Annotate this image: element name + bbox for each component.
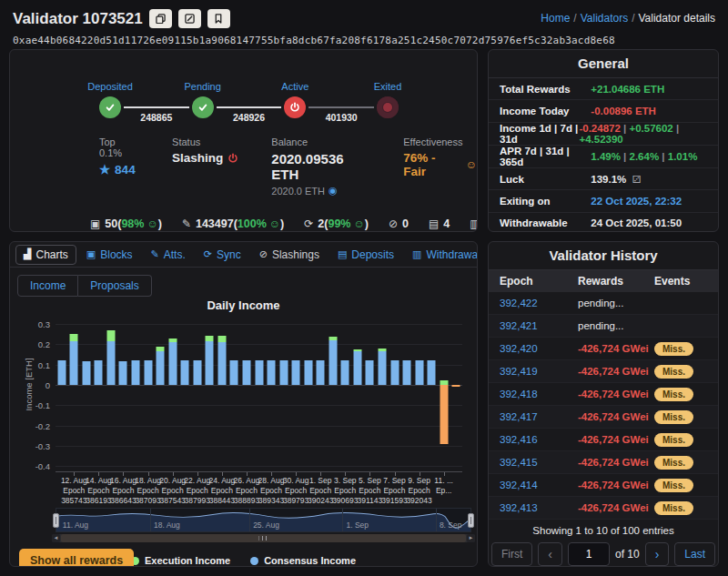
epoch-link[interactable]: 392,414: [500, 480, 578, 490]
chart-bar[interactable]: [415, 360, 423, 385]
chart-bar[interactable]: [193, 360, 201, 385]
tab-atts[interactable]: ✎Atts.: [143, 245, 194, 265]
chart-bar[interactable]: [57, 360, 66, 385]
scroll-right-arrow-icon[interactable]: ►: [467, 534, 475, 542]
breadcrumb-validators-link[interactable]: Validators: [581, 12, 628, 25]
income-button[interactable]: Income: [17, 275, 78, 297]
epoch-link[interactable]: 392,413: [500, 502, 578, 513]
lifecycle-active-label[interactable]: Active: [281, 81, 308, 92]
currency-toggle-icon[interactable]: ◉: [329, 185, 338, 197]
chart-bar[interactable]: [353, 349, 361, 351]
chart-bar[interactable]: [206, 336, 214, 341]
chart-bar[interactable]: [279, 360, 288, 385]
chart-bar[interactable]: [329, 340, 337, 385]
history-row[interactable]: 392,419-426,724 GWeiMiss.: [489, 360, 718, 383]
navigator-handle-left[interactable]: [53, 513, 59, 528]
chart-bar[interactable]: [82, 361, 90, 385]
chart-bar[interactable]: [217, 342, 226, 385]
rank-value[interactable]: 844: [115, 163, 136, 177]
tab-charts[interactable]: ▟Charts: [15, 245, 76, 265]
counter-attestations[interactable]: ✎143497(100% ☺): [182, 217, 284, 230]
scrollbar-thumb[interactable]: [61, 534, 466, 542]
chart-bar[interactable]: [268, 360, 276, 385]
scroll-left-arrow-icon[interactable]: ◄: [52, 534, 60, 542]
copy-button[interactable]: [149, 9, 172, 28]
chart-bar[interactable]: [292, 360, 300, 385]
chart-bar[interactable]: [317, 360, 325, 385]
page-input[interactable]: [568, 542, 610, 566]
counter-deposits[interactable]: ▤4: [429, 217, 450, 230]
chart-bar[interactable]: [106, 341, 115, 385]
proposals-button[interactable]: Proposals: [78, 275, 151, 297]
history-row[interactable]: 392,421pending...: [489, 315, 718, 338]
lifecycle-pending-label[interactable]: Pending: [184, 81, 220, 92]
chart-bar[interactable]: [353, 351, 361, 385]
epoch-link[interactable]: 392,420: [500, 343, 578, 354]
chart-bar[interactable]: [70, 334, 78, 341]
next-page-button[interactable]: ›: [645, 542, 670, 566]
lifecycle-pending-node[interactable]: Pending: [192, 96, 214, 118]
last-page-button[interactable]: Last: [674, 542, 715, 566]
epoch-link[interactable]: 392,419: [500, 366, 578, 377]
chart-bar[interactable]: [168, 342, 177, 385]
lifecycle-deposited-label[interactable]: Deposited: [87, 81, 133, 92]
chart-bar[interactable]: [329, 337, 337, 339]
history-row[interactable]: 392,414-426,724 GWeiMiss.: [489, 474, 718, 497]
first-page-button[interactable]: First: [491, 542, 532, 566]
epoch-link[interactable]: 392,418: [500, 389, 578, 399]
lifecycle-deposited-node[interactable]: Deposited: [99, 96, 121, 118]
chart-bar[interactable]: [217, 336, 226, 342]
chart-bar[interactable]: [181, 360, 189, 385]
navigator-handle-right[interactable]: [468, 513, 474, 528]
chart-bar[interactable]: [132, 360, 140, 385]
lifecycle-active-node[interactable]: Active: [284, 96, 306, 118]
chart-bar[interactable]: [366, 360, 374, 385]
history-row[interactable]: 392,413-426,724 GWeiMiss.: [489, 497, 718, 520]
counter-withdrawals[interactable]: ▥59: [470, 217, 478, 230]
chart-bar[interactable]: [378, 351, 386, 385]
chart-bar[interactable]: [341, 360, 349, 385]
chart-bar[interactable]: [95, 360, 103, 385]
history-row[interactable]: 392,422pending...: [489, 292, 718, 315]
chart-bar[interactable]: [440, 385, 448, 444]
chart-scrollbar[interactable]: ◄ ►: [52, 534, 475, 542]
edit-button[interactable]: [178, 9, 201, 28]
chart-bar[interactable]: [157, 347, 165, 352]
history-row[interactable]: 392,418-426,724 GWeiMiss.: [489, 383, 718, 406]
chart-bar[interactable]: [390, 360, 399, 385]
chart-bar[interactable]: [403, 360, 411, 385]
tab-withdrawals[interactable]: ▥Withdrawals: [404, 245, 478, 265]
history-row[interactable]: 392,417-426,724 GWeiMiss.: [489, 406, 718, 429]
history-row[interactable]: 392,416-426,724 GWeiMiss.: [489, 429, 718, 451]
legend-item[interactable]: Execution Income: [131, 555, 230, 566]
prev-page-button[interactable]: ‹: [538, 542, 562, 566]
chart-bar[interactable]: [70, 341, 78, 385]
epoch-link[interactable]: 392,422: [500, 298, 578, 308]
counter-sync[interactable]: ⟳2 (99% ☺): [304, 217, 369, 230]
tab-slashings[interactable]: ⊘Slashings: [251, 245, 328, 265]
chart-bar[interactable]: [144, 360, 152, 385]
bookmark-button[interactable]: [207, 9, 230, 28]
breadcrumb-home-link[interactable]: Home: [541, 12, 570, 25]
counter-slashings[interactable]: ⊘0: [389, 217, 409, 230]
counter-blocks[interactable]: ▣50(98% ☺): [90, 217, 162, 230]
chart-bar[interactable]: [206, 341, 214, 385]
show-all-rewards-button[interactable]: Show all rewards: [19, 549, 134, 567]
tab-deposits[interactable]: ▤Deposits: [329, 245, 402, 265]
chart-bar[interactable]: [242, 360, 250, 385]
history-row[interactable]: 392,420-426,724 GWeiMiss.: [489, 338, 718, 360]
chart-bar[interactable]: [304, 360, 312, 385]
chart-navigator[interactable]: 11. Aug18. Aug25. Aug1. Sep8. Sep: [56, 508, 471, 532]
chart-bar[interactable]: [428, 360, 436, 385]
epoch-link[interactable]: 392,417: [500, 411, 578, 422]
chart-bar[interactable]: [119, 361, 127, 385]
legend-item[interactable]: Consensus Income: [250, 555, 356, 566]
chart-bar[interactable]: [106, 330, 115, 341]
epoch-link[interactable]: 392,421: [500, 320, 578, 331]
tab-sync[interactable]: ⟳Sync: [196, 245, 249, 265]
lifecycle-exited-label[interactable]: Exited: [374, 81, 402, 92]
chart-bar[interactable]: [255, 360, 263, 385]
chart-bar[interactable]: [378, 349, 386, 351]
epoch-link[interactable]: 392,416: [500, 434, 578, 445]
chart-bar[interactable]: [168, 339, 177, 342]
